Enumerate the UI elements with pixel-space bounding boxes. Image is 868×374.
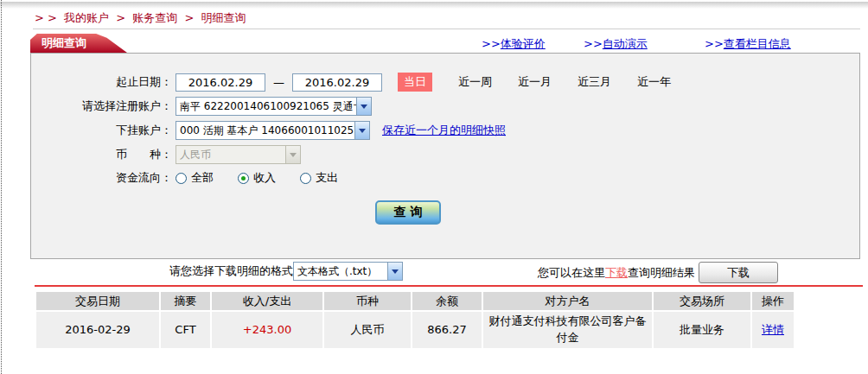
transaction-table: 交易日期 摘要 收入/支出 币种 余额 对方户名 交易场所 操作 2016-02… xyxy=(35,290,795,350)
date-range-label: 起止日期： xyxy=(31,74,172,90)
link-prefix: >> xyxy=(482,37,501,50)
cell-currency: 人民币 xyxy=(324,312,411,348)
breadcrumb-divider xyxy=(33,29,860,29)
table-row: 2016-02-29 CFT +243.00 人民币 866.27 财付通支付科… xyxy=(36,312,794,348)
quick-range-month[interactable]: 近一月 xyxy=(518,74,552,90)
flow-option-expense[interactable]: 支出 xyxy=(300,170,338,186)
col-header-balance: 余额 xyxy=(412,292,482,310)
chevron-down-icon xyxy=(356,98,371,115)
col-header-amount: 收入/支出 xyxy=(212,292,322,310)
col-header-venue: 交易场所 xyxy=(654,292,750,310)
col-header-date: 交易日期 xyxy=(36,292,159,310)
registered-account-label: 请选择注册账户： xyxy=(31,98,172,114)
download-hint-suffix: 查询明细结果 xyxy=(628,265,695,281)
col-header-summary: 摘要 xyxy=(161,292,210,310)
link-label: 自动演示 xyxy=(603,37,648,50)
cell-summary: CFT xyxy=(161,312,210,348)
query-form-panel: 起止日期： — 当日 近一周 近一月 近三月 近一年 请选择注册账户： 南平 6… xyxy=(30,53,860,259)
cell-action: 详情 xyxy=(752,312,794,348)
link-label: 体验评价 xyxy=(501,37,546,50)
download-format-value: 文本格式（.txt） xyxy=(294,264,380,279)
cell-balance: 866.27 xyxy=(412,312,482,348)
currency-value: 人民币 xyxy=(176,148,214,162)
sub-account-select[interactable]: 000 活期 基本户 1406600101102571848 xyxy=(176,121,370,140)
breadcrumb: > > 我的账户 > 账务查询 > 明细查询 xyxy=(35,10,249,26)
breadcrumb-item-my-account[interactable]: 我的账户 xyxy=(64,11,109,24)
link-prefix: >> xyxy=(584,37,603,50)
flow-option-label: 收入 xyxy=(253,170,276,186)
currency-row: 币 种： 人民币 xyxy=(31,145,859,164)
col-header-counterparty: 对方户名 xyxy=(483,292,652,310)
col-header-action: 操作 xyxy=(752,292,794,310)
cell-venue: 批量业务 xyxy=(654,312,750,348)
download-format-select[interactable]: 文本格式（.txt） xyxy=(293,262,403,281)
registered-account-row: 请选择注册账户： 南平 6222001406100921065 灵通卡 xyxy=(31,97,859,116)
download-inline-link[interactable]: 下载 xyxy=(605,265,628,281)
link-view-column-info[interactable]: >>查看栏目信息 xyxy=(705,36,791,52)
quick-range-quarter[interactable]: 近三月 xyxy=(578,74,611,90)
sub-account-row: 下挂账户： 000 活期 基本户 1406600101102571848 保存近… xyxy=(31,121,859,140)
col-header-currency: 币种 xyxy=(324,292,411,310)
breadcrumb-separator: > xyxy=(116,11,125,24)
breadcrumb-prefix: > > xyxy=(35,11,57,24)
detail-query-page: > > 我的账户 > 账务查询 > 明细查询 明细查询 >>体验评价 >>自动演… xyxy=(0,0,868,374)
flow-option-all[interactable]: 全部 xyxy=(176,170,214,186)
download-hint-area: 您可以在这里 下载 查询明细结果 下载 xyxy=(538,262,778,283)
breadcrumb-item-detail-query[interactable]: 明细查询 xyxy=(201,11,246,24)
registered-account-value: 南平 6222001406100921065 灵通卡 xyxy=(176,99,356,114)
radio-icon[interactable] xyxy=(176,173,187,184)
flow-option-label: 全部 xyxy=(191,170,214,186)
chevron-down-icon xyxy=(387,263,402,280)
query-button[interactable]: 查 询 xyxy=(375,200,441,225)
detail-link[interactable]: 详情 xyxy=(762,323,784,336)
table-header-row: 交易日期 摘要 收入/支出 币种 余额 对方户名 交易场所 操作 xyxy=(36,292,794,310)
flow-option-income[interactable]: 收入 xyxy=(238,170,276,186)
breadcrumb-item-account-query[interactable]: 账务查询 xyxy=(132,11,177,24)
link-label: 查看栏目信息 xyxy=(724,37,791,50)
radio-checked-icon[interactable] xyxy=(238,173,249,184)
download-button[interactable]: 下载 xyxy=(699,262,778,283)
link-auto-demo[interactable]: >>自动演示 xyxy=(584,36,648,52)
start-date-input[interactable] xyxy=(176,73,265,92)
save-monthly-snapshot-link[interactable]: 保存近一个月的明细快照 xyxy=(382,123,506,138)
end-date-input[interactable] xyxy=(292,73,382,92)
top-gradient-bar xyxy=(0,2,868,9)
download-format-label: 请您选择下载明细的格式 xyxy=(169,263,293,279)
download-hint-prefix: 您可以在这里 xyxy=(538,265,605,281)
quick-range-week[interactable]: 近一周 xyxy=(458,74,492,90)
registered-account-select[interactable]: 南平 6222001406100921065 灵通卡 xyxy=(176,97,372,116)
tab-detail-query[interactable]: 明细查询 xyxy=(30,34,127,53)
sub-account-value: 000 活期 基本户 1406600101102571848 xyxy=(176,124,354,138)
fund-flow-label: 资金流向： xyxy=(31,170,172,186)
chevron-down-icon xyxy=(354,122,369,139)
flow-option-label: 支出 xyxy=(316,170,338,186)
sub-account-label: 下挂账户： xyxy=(31,123,172,138)
quick-range-year[interactable]: 近一年 xyxy=(637,74,671,90)
fund-flow-row: 资金流向： 全部 收入 支出 xyxy=(31,168,859,187)
cell-date: 2016-02-29 xyxy=(36,312,159,348)
link-prefix: >> xyxy=(705,37,724,50)
cell-counterparty: 财付通支付科技有限公司客户备付金 xyxy=(483,312,652,348)
currency-label: 币 种： xyxy=(31,147,172,162)
date-range-row: 起止日期： — 当日 近一周 近一月 近三月 近一年 xyxy=(31,73,859,92)
chevron-down-icon xyxy=(285,146,300,163)
cell-amount: +243.00 xyxy=(212,312,322,348)
currency-select-disabled: 人民币 xyxy=(176,145,301,164)
date-range-dash: — xyxy=(273,76,284,89)
download-format-area: 请您选择下载明细的格式 文本格式（.txt） xyxy=(169,262,403,281)
quick-range-today[interactable]: 当日 xyxy=(398,73,432,92)
red-divider-line xyxy=(35,285,863,287)
link-experience-rating[interactable]: >>体验评价 xyxy=(482,36,546,52)
left-dotted-border xyxy=(1,0,2,374)
radio-icon[interactable] xyxy=(300,173,311,184)
breadcrumb-separator: > xyxy=(184,11,194,24)
